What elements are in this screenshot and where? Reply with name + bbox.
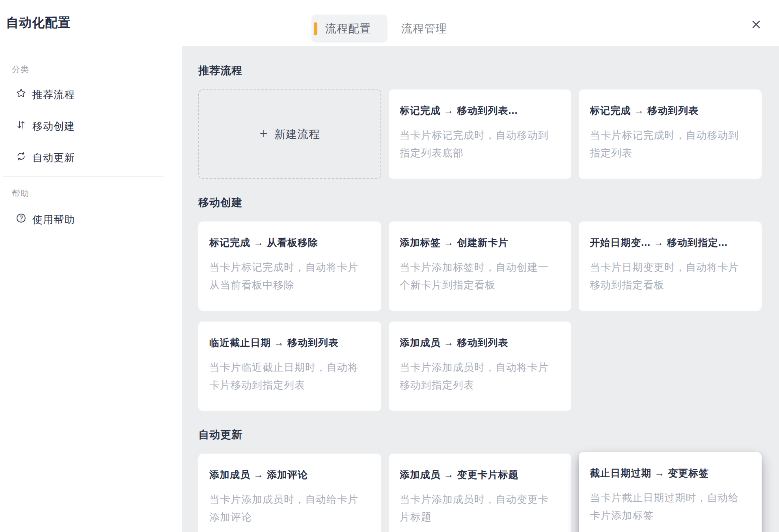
active-tab-indicator (314, 22, 317, 35)
flow-card[interactable]: 开始日期变... → 移动到指定... 当卡片日期变更时，自动将卡片 移动到指定… (579, 221, 762, 311)
flow-card-desc: 当卡片添加成员时，自动变更卡 片标题 (400, 491, 561, 526)
flow-card[interactable]: 标记完成 → 移动到列表 当卡片标记完成时，自动移动到 指定列表 (579, 89, 762, 179)
flow-card-title: 临近截止日期 → 移动到列表 (209, 337, 370, 348)
tab-bar: 流程配置 流程管理 (311, 15, 447, 43)
flow-card-desc: 当卡片添加成员时，自动给卡片 添加评论 (209, 491, 370, 526)
flow-card[interactable]: 标记完成 → 移动到列表... 当卡片标记完成时，自动移动到 指定列表底部 (389, 89, 572, 179)
flow-card-desc: 当卡片标记完成时，自动移动到 指定列表底部 (400, 126, 561, 162)
main-content: 推荐流程 新建流程 标记完成 → 移动到列表... 当卡片标记完成时，自动移动到… (182, 46, 779, 532)
sidebar-item-usage-help[interactable]: 使用帮助 (16, 204, 182, 235)
dialog-body: 分类 推荐流程 移动创建 (0, 46, 779, 532)
sidebar-help-label: 帮助 (12, 189, 182, 197)
flow-card-title: 添加成员 → 添加评论 (209, 469, 370, 480)
tab-flow-config-label: 流程配置 (325, 21, 371, 36)
new-flow-label: 新建流程 (274, 127, 320, 142)
flow-card-desc: 当卡片截止日期过期时，自动给 卡片添加标签 (590, 489, 751, 525)
section-grid-auto-update: 添加成员 → 添加评论 当卡片添加成员时，自动给卡片 添加评论 添加成员 → 变… (198, 454, 762, 532)
sidebar-item-auto-update[interactable]: 自动更新 (16, 142, 182, 173)
flow-card-title: 标记完成 → 移动到列表 (590, 104, 751, 116)
flow-card-title: 截止日期过期 → 变更标签 (590, 467, 751, 479)
close-icon (750, 18, 762, 32)
tab-flow-manage-label: 流程管理 (401, 21, 447, 36)
sidebar-help-items: 使用帮助 (0, 204, 182, 235)
dialog-header: 自动化配置 流程配置 流程管理 (0, 0, 779, 46)
refresh-icon (16, 151, 26, 164)
dialog-title: 自动化配置 (6, 14, 71, 32)
section-title-auto-update: 自动更新 (198, 429, 762, 440)
flow-card-desc: 当卡片标记完成时，自动移动到 指定列表 (590, 126, 751, 162)
sidebar-item-label: 自动更新 (32, 151, 75, 165)
sidebar-divider (3, 176, 164, 177)
flow-card-title: 开始日期变... → 移动到指定... (590, 236, 751, 248)
sidebar-item-label: 推荐流程 (32, 88, 75, 102)
flow-card-desc: 当卡片临近截止日期时，自动将 卡片移动到指定列表 (209, 359, 370, 394)
tab-flow-manage[interactable]: 流程管理 (388, 15, 447, 43)
flow-card-title: 标记完成 → 移动到列表... (400, 104, 561, 116)
flow-card[interactable]: 添加成员 → 变更卡片标题 当卡片添加成员时，自动变更卡 片标题 (389, 454, 572, 532)
flow-card-desc: 当卡片添加标签时，自动创建一 个新卡片到指定看板 (400, 259, 561, 294)
flow-card-desc: 当卡片标记完成时，自动将卡片 从当前看板中移除 (209, 259, 370, 294)
section-grid-move-create: 标记完成 → 从看板移除 当卡片标记完成时，自动将卡片 从当前看板中移除 添加标… (198, 221, 762, 411)
sidebar-item-label: 移动创建 (32, 119, 75, 133)
flow-card-title: 添加标签 → 创建新卡片 (400, 236, 561, 248)
flow-card[interactable]: 临近截止日期 → 移动到列表 当卡片临近截止日期时，自动将 卡片移动到指定列表 (198, 322, 381, 411)
section-grid-recommended: 新建流程 标记完成 → 移动到列表... 当卡片标记完成时，自动移动到 指定列表… (198, 89, 762, 179)
close-button[interactable] (749, 18, 763, 32)
sidebar-category-label: 分类 (12, 65, 182, 73)
flow-card-title: 添加成员 → 变更卡片标题 (400, 469, 561, 480)
new-flow-button[interactable]: 新建流程 (198, 89, 381, 179)
swap-vertical-icon (16, 119, 26, 133)
sidebar-item-recommended-flows[interactable]: 推荐流程 (16, 79, 182, 110)
flow-card-title: 添加成员 → 移动到列表 (400, 337, 561, 348)
flow-card[interactable]: 添加成员 → 添加评论 当卡片添加成员时，自动给卡片 添加评论 (198, 454, 381, 532)
section-title-recommended: 推荐流程 (198, 65, 762, 76)
star-icon (16, 88, 26, 101)
flow-card[interactable]: 标记完成 → 从看板移除 当卡片标记完成时，自动将卡片 从当前看板中移除 (198, 221, 381, 311)
flow-card-hovered[interactable]: 截止日期过期 → 变更标签 当卡片截止日期过期时，自动给 卡片添加标签 (579, 452, 762, 532)
flow-card-desc: 当卡片添加成员时，自动将卡片 移动到指定列表 (400, 359, 561, 394)
flow-card[interactable]: 添加成员 → 移动到列表 当卡片添加成员时，自动将卡片 移动到指定列表 (389, 322, 572, 411)
tab-flow-config[interactable]: 流程配置 (311, 15, 388, 43)
flow-card-desc: 当卡片日期变更时，自动将卡片 移动到指定看板 (590, 259, 751, 294)
section-title-move-create: 移动创建 (198, 197, 762, 208)
flow-card[interactable]: 添加标签 → 创建新卡片 当卡片添加标签时，自动创建一 个新卡片到指定看板 (389, 221, 572, 311)
question-circle-icon (16, 213, 26, 226)
plus-icon (259, 129, 268, 140)
sidebar: 分类 推荐流程 移动创建 (0, 46, 182, 532)
automation-config-dialog: 自动化配置 流程配置 流程管理 分类 (0, 0, 779, 532)
sidebar-item-label: 使用帮助 (32, 213, 75, 227)
sidebar-category-items: 推荐流程 移动创建 (0, 79, 182, 173)
sidebar-item-move-create[interactable]: 移动创建 (16, 110, 182, 142)
flow-card-title: 标记完成 → 从看板移除 (209, 236, 370, 248)
